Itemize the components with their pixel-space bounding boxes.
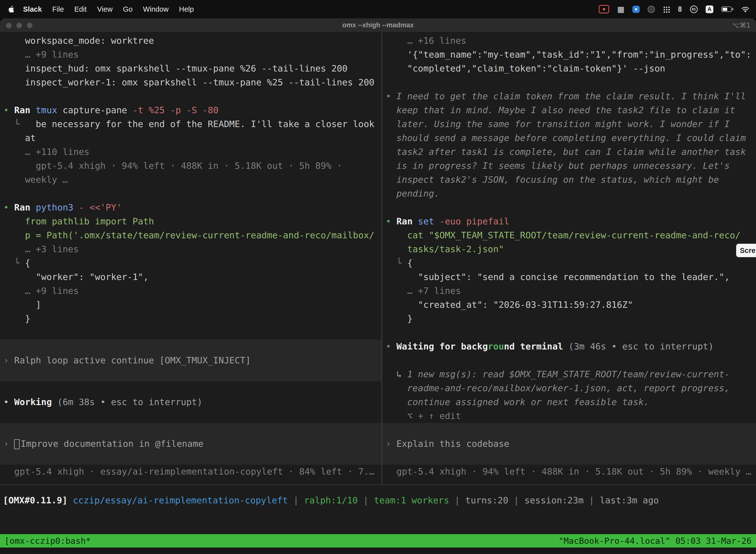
terminal-text-segment: }: [3, 314, 30, 324]
terminal-line: weekly …: [0, 173, 381, 187]
apps-grid-icon[interactable]: [663, 6, 670, 13]
terminal-text-segment: └: [3, 119, 36, 129]
apple-icon: [8, 5, 14, 13]
terminal-line: keep that in mind. Maybe I also need the…: [382, 103, 756, 117]
tmux-status-bar: [omx-cczip0:bash* "MacBook-Pro-44.local"…: [0, 534, 756, 548]
terminal-text-segment: rou: [488, 341, 504, 351]
terminal-line: }: [0, 312, 381, 326]
terminal-text-segment: }: [386, 314, 413, 324]
terminal-text-segment: be necessary for the end of the README. …: [36, 119, 374, 129]
terminal-line: • I need to get the claim token from the…: [382, 89, 756, 103]
menu-item-slack[interactable]: Slack: [18, 5, 47, 13]
terminal-text-segment: … +16 lines: [386, 36, 466, 46]
terminal-line: └ {: [382, 256, 756, 270]
minimize-button[interactable]: [16, 22, 22, 28]
terminal-text-segment: is in progress? It seems likely but perh…: [386, 161, 730, 171]
screen-overlay-pill[interactable]: Scre: [736, 244, 756, 257]
right-pane: … +16 lines '{"team_name":"my-team","tas…: [382, 32, 756, 485]
terminal-line: └ be necessary for the end of the README…: [0, 117, 381, 131]
battery-tip: [732, 8, 733, 10]
terminal-text-segment: workspace_mode: worktree: [3, 36, 154, 46]
terminal-line: … +3 lines: [0, 242, 381, 256]
zoom-button[interactable]: [27, 22, 33, 28]
terminal-text-segment: (3m 46s • esc to interrupt): [568, 341, 713, 351]
terminal-line: › Improve documentation in @filename: [0, 437, 381, 451]
gauge-icon[interactable]: 61: [690, 5, 698, 13]
terminal-line: readme-and-reco/mailbox/worker-1.json, a…: [382, 381, 756, 395]
wifi-icon[interactable]: [741, 6, 750, 12]
menu-bar-left: SlackFileEditViewGoWindowHelp: [6, 5, 199, 13]
terminal-text-segment: 1 new msg(s): read $OMX_TEAM_STATE_ROOT/…: [407, 369, 730, 379]
terminal-text-segment: Ran: [14, 105, 36, 115]
terminal-line: gpt-5.4 xhigh · essay/ai-reimplementatio…: [0, 465, 381, 479]
app-icon-blue[interactable]: [632, 6, 640, 13]
terminal-text-segment: [OMX#0.11.9]: [3, 495, 73, 505]
terminal-text-segment: task2 after task1 is complete, but can I…: [386, 147, 746, 157]
battery-icon[interactable]: [721, 6, 733, 12]
menu-item-go[interactable]: Go: [118, 5, 138, 13]
terminal-line: • Working (6m 38s • esc to interrupt): [0, 395, 381, 409]
key-icon[interactable]: 8: [678, 5, 682, 13]
terminal-text-segment: readme-and-reco/mailbox/worker-1.json, a…: [386, 383, 730, 393]
terminal-line: ]: [0, 298, 381, 312]
terminal-text-segment: at: [3, 133, 36, 143]
screen-recording-icon[interactable]: [599, 5, 609, 13]
terminal-text-segment: -euo pipefail: [440, 216, 509, 226]
traffic-lights: [6, 18, 33, 32]
terminal-line: [0, 367, 381, 381]
terminal-text-segment: ›: [3, 355, 14, 365]
terminal-line: • Ran set -euo pipefail: [382, 214, 756, 228]
app-icon-blue-dot: [635, 8, 637, 10]
terminal-text-segment: "worker": "worker-1",: [3, 272, 148, 282]
terminal-text-segment: … +3 lines: [3, 244, 79, 254]
terminal-text-segment: Working: [14, 397, 57, 407]
terminal-line: [0, 381, 381, 395]
close-button[interactable]: [6, 22, 12, 28]
menu-item-help[interactable]: Help: [174, 5, 199, 13]
terminal-text-segment: "created_at": "2026-03-31T11:59:27.816Z": [386, 299, 633, 310]
terminal-text-segment: pending.: [386, 188, 440, 199]
menu-item-edit[interactable]: Edit: [69, 5, 92, 13]
terminal-line: [0, 423, 381, 437]
terminal-line: gpt-5.4 xhigh · 94% left · 488K in · 5.1…: [382, 465, 756, 479]
window-shortcut-badge: ⌥⌘1: [732, 21, 751, 29]
apple-menu[interactable]: [8, 5, 14, 13]
record-dot-icon: [603, 8, 605, 10]
terminal-text-segment: gpt-5.4 xhigh · 94% left · 488K in · 5.1…: [386, 466, 751, 477]
terminal-line: [382, 201, 756, 214]
terminal-line: later. Using the same for transition mig…: [382, 117, 756, 131]
terminal-text-segment: session:23m: [524, 495, 583, 505]
terminal-line: pending.: [382, 187, 756, 201]
terminal-text-segment: continue assigned work or next feasible …: [386, 397, 649, 407]
menu-items: SlackFileEditViewGoWindowHelp: [18, 5, 199, 13]
terminal-text-segment: |: [288, 495, 304, 505]
omx-status-area: [OMX#0.11.9] cczip/essay/ai-reimplementa…: [0, 485, 756, 534]
terminal-text-segment: from pathlib import Path: [3, 216, 154, 226]
terminal-line: [382, 326, 756, 340]
terminal-text-segment: inspect task2's JSON, focusing on the st…: [386, 174, 719, 185]
terminal-line: [382, 75, 756, 89]
terminal-line: [382, 353, 756, 367]
terminal-text-segment: Ran: [14, 202, 36, 213]
window-title-bar: omx --xhigh --madmax ⌥⌘1: [0, 18, 756, 32]
window-bottom-strip: [0, 548, 756, 554]
terminal-text-segment: keep that in mind. Maybe I also need the…: [386, 105, 735, 115]
terminal-text-segment: Improve documentation in @filename: [20, 439, 203, 449]
battery-body: [721, 6, 732, 12]
menu-item-window[interactable]: Window: [138, 5, 174, 13]
menu-item-file[interactable]: File: [47, 5, 69, 13]
menu-item-view[interactable]: View: [92, 5, 118, 13]
terminal-line: › Ralph loop active continue [OMX_TMUX_I…: [0, 353, 381, 367]
terminal-line: • Waiting for background terminal (3m 46…: [382, 340, 756, 353]
terminal-text-segment: … +110 lines: [3, 147, 89, 157]
terminal-text-segment: Explain this codebase: [396, 439, 509, 449]
terminal-line: "completed","claim_token":"claim-token"}…: [382, 62, 756, 75]
app-icon-dark[interactable]: [648, 6, 655, 13]
terminal-text-segment: python3: [36, 202, 79, 213]
terminal-text-segment: … +9 lines: [3, 286, 79, 296]
menu-bar-status-icons: ▦ 8 61 A: [599, 5, 750, 14]
input-source-icon[interactable]: A: [706, 5, 713, 13]
terminal-line: › Explain this codebase: [382, 437, 756, 451]
terminal-line: … +7 lines: [382, 284, 756, 298]
grid-icon[interactable]: ▦: [617, 5, 624, 14]
